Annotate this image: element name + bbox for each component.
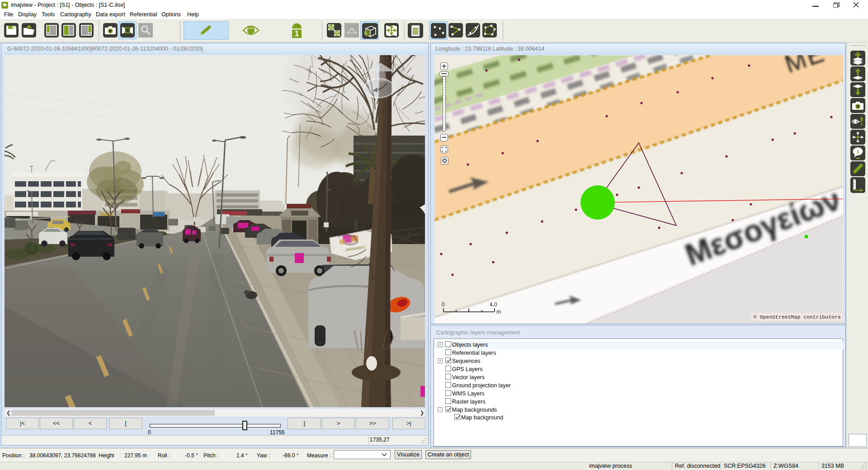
- svg-text:1: 1: [295, 29, 299, 38]
- svg-text:© OpenStreetMap contributors: © OpenStreetMap contributors: [754, 314, 841, 320]
- svg-text:4.0: 4.0: [490, 301, 497, 308]
- svg-text:m: m: [496, 309, 501, 315]
- svg-text:i: i: [857, 148, 859, 155]
- svg-text:0: 0: [442, 301, 445, 308]
